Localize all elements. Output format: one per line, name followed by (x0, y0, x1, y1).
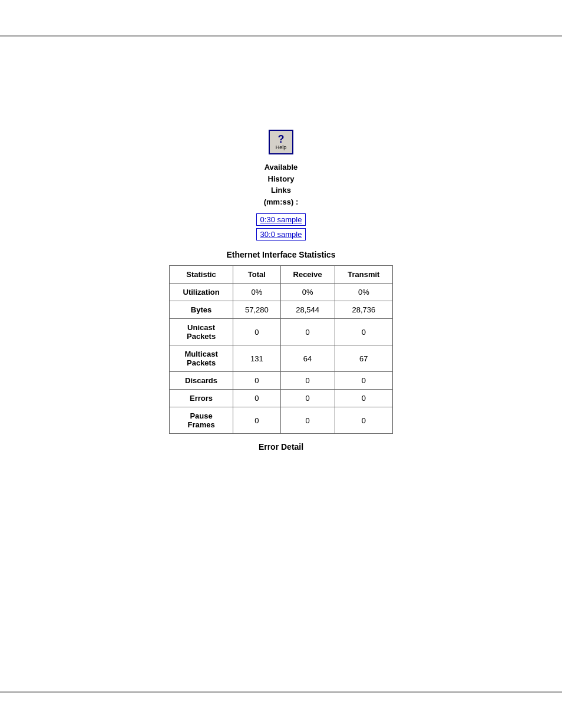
stat-receive-cell: 0% (280, 284, 335, 301)
stat-total-cell: 0 (233, 407, 280, 434)
top-border (0, 35, 562, 37)
help-button[interactable]: ? Help (269, 130, 293, 154)
bottom-border (0, 691, 562, 693)
stat-receive-cell: 0 (280, 319, 335, 345)
stat-total-cell: 0% (233, 284, 280, 301)
table-row: Discards000 (170, 372, 393, 390)
stat-receive-cell: 64 (280, 345, 335, 372)
ethernet-section-title: Ethernet Interface Statistics (226, 250, 335, 259)
col-header-transmit: Transmit (335, 266, 392, 284)
table-row: Utilization0%0%0% (170, 284, 393, 301)
stat-total-cell: 0 (233, 319, 280, 345)
stat-transmit-cell: 0 (335, 407, 392, 434)
table-row: MulticastPackets1316467 (170, 345, 393, 372)
available-history-label: Available History Links (mm:ss) : (264, 162, 299, 207)
stat-transmit-cell: 0 (335, 319, 392, 345)
stat-name-cell: MulticastPackets (170, 345, 233, 372)
main-content: ? Help Available History Links (mm:ss) :… (0, 0, 562, 452)
table-row: Bytes57,28028,54428,736 (170, 301, 393, 319)
table-row: Errors000 (170, 390, 393, 407)
history-links: 0:30 sample 30:0 sample (256, 213, 306, 241)
stat-name-cell: Bytes (170, 301, 233, 319)
stat-transmit-cell: 0 (335, 390, 392, 407)
stat-transmit-cell: 67 (335, 345, 392, 372)
stat-receive-cell: 0 (280, 407, 335, 434)
stat-name-cell: PauseFrames (170, 407, 233, 434)
stat-transmit-cell: 28,736 (335, 301, 392, 319)
stat-transmit-cell: 0% (335, 284, 392, 301)
stat-total-cell: 57,280 (233, 301, 280, 319)
stat-name-cell: UnicastPackets (170, 319, 233, 345)
stat-total-cell: 131 (233, 345, 280, 372)
stat-receive-cell: 28,544 (280, 301, 335, 319)
col-header-receive: Receive (280, 266, 335, 284)
table-row: PauseFrames000 (170, 407, 393, 434)
stat-name-cell: Discards (170, 372, 233, 390)
col-header-total: Total (233, 266, 280, 284)
stat-total-cell: 0 (233, 390, 280, 407)
history-link-300[interactable]: 30:0 sample (256, 228, 306, 241)
error-detail-title: Error Detail (259, 442, 303, 452)
stat-name-cell: Utilization (170, 284, 233, 301)
ethernet-stats-table: Statistic Total Receive Transmit Utiliza… (169, 265, 393, 434)
help-label: Help (276, 145, 287, 150)
stat-total-cell: 0 (233, 372, 280, 390)
history-link-030[interactable]: 0:30 sample (256, 213, 306, 226)
table-row: UnicastPackets000 (170, 319, 393, 345)
col-header-statistic: Statistic (170, 266, 233, 284)
stat-receive-cell: 0 (280, 372, 335, 390)
stat-name-cell: Errors (170, 390, 233, 407)
stat-receive-cell: 0 (280, 390, 335, 407)
stat-transmit-cell: 0 (335, 372, 392, 390)
help-icon: ? (278, 134, 285, 144)
